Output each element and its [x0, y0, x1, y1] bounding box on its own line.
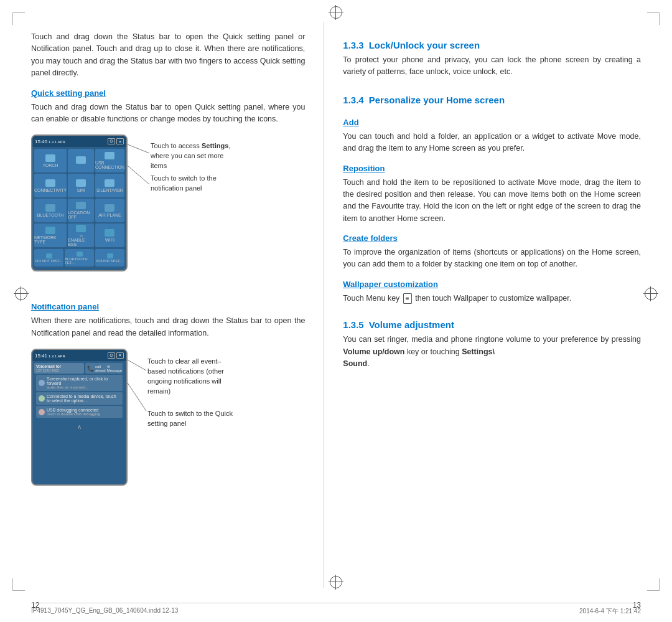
notif-item-usb: USB debugging connected touch to disable…	[36, 406, 123, 418]
time-2: 15:41 1.3.1 APR	[35, 353, 65, 359]
quick-item-dnd: DO NOT DIST...	[34, 249, 63, 266]
wallpaper-section: Wallpaper customization Touch Menu key ≡…	[343, 280, 641, 304]
reposition-heading[interactable]: Reposition	[343, 164, 641, 173]
section-133-title: Lock/Unlock your screen	[369, 40, 480, 50]
settings-icon-2: ⊙	[108, 352, 115, 359]
svg-line-0	[128, 144, 149, 153]
quick-item-bss: ⊙ ENABLE BSS	[68, 224, 94, 247]
section-135-body: You can set ringer, media and phone ring…	[343, 334, 641, 370]
reposition-section: Reposition Touch and hold the item to be…	[343, 164, 641, 225]
wallpaper-text1: Touch Menu key	[343, 294, 399, 303]
footer-left: IP4913_7045Y_QG_Eng_GB_06_140604.indd 12…	[31, 607, 178, 616]
callout-text-settings: Touch to access Settings, where you can …	[151, 141, 238, 171]
add-body: You can touch and hold a folder, an appl…	[343, 131, 641, 155]
notif-row-1: Voicemail for 127 2140 4682 📞 call ahead…	[34, 363, 124, 374]
quick-item-bt: BLUETOOTH	[34, 199, 67, 222]
quick-item-conn: CONNECTIVITY	[34, 174, 67, 197]
quick-item-net: NETWORK TYPE	[34, 224, 67, 247]
quick-setting-heading[interactable]: Quick setting panel	[31, 88, 305, 98]
create-folders-section: Create folders To improve the organizati…	[343, 233, 641, 271]
volume-text2: key or touching	[407, 347, 460, 356]
quick-item-2	[68, 149, 94, 172]
add-heading[interactable]: Add	[343, 118, 641, 127]
quick-item-wifi: WIFI	[95, 224, 124, 247]
corner-mark-tr	[647, 12, 660, 25]
section-133-body: To protect your phone and privacy, you c…	[343, 54, 641, 78]
section-134-title: Personalize your Home screen	[369, 95, 505, 105]
quick-item-airplane: AIR PLANE	[95, 199, 124, 222]
wallpaper-heading[interactable]: Wallpaper customization	[343, 280, 641, 289]
section-134: 1.3.4 Personalize your Home screen Add Y…	[343, 86, 641, 304]
svg-line-1	[128, 166, 149, 184]
section-135-title: Volume adjustment	[369, 319, 454, 330]
swipe-indicator-2: ∧	[32, 423, 126, 430]
clear-icon: ✕	[116, 352, 124, 359]
status-bar-2: 15:41 1.3.1 APR ⊙ ✕	[32, 350, 126, 361]
section-135: 1.3.5 Volume adjustment You can set ring…	[343, 311, 641, 370]
notification-diagram: 15:41 1.3.1 APR ⊙ ✕	[31, 346, 305, 495]
svg-line-2	[128, 360, 146, 370]
callout-text-notif-switch: Touch to switch to the notification pane…	[151, 174, 238, 194]
section-133: 1.3.3 Lock/Unlock your screen To protect…	[343, 31, 641, 78]
time-1: 15:40 1.3.1 APR	[35, 139, 65, 144]
crosshair-left	[14, 286, 29, 301]
footer-bar: IP4913_7045Y_QG_Eng_GB_06_140604.indd 12…	[31, 603, 641, 616]
notif-voicemail: Voicemail for 127 2140 4682	[34, 363, 84, 374]
svg-line-3	[128, 383, 146, 411]
footer-right: 2014-6-4 下午 1:21:42	[579, 607, 641, 616]
quick-item-torch: TORCH	[34, 149, 67, 172]
wallpaper-body: Touch Menu key ≡ then touch Wallpaper to…	[343, 293, 641, 304]
section-134-number: 1.3.4	[343, 95, 363, 105]
menu-key-icon: ≡	[403, 293, 412, 304]
volume-period: .	[367, 359, 369, 368]
quick-item-bttet: BLUETOOTH TET...	[65, 249, 94, 266]
quick-item-silent: SILENT/VIBR	[95, 174, 124, 197]
quick-setting-diagram: 15:40 1.3.1 APR ⊙ ≡	[31, 131, 305, 293]
columns: Touch and drag down the Status bar to op…	[31, 22, 641, 588]
add-section: Add You can touch and hold a folder, an …	[343, 118, 641, 155]
corner-mark-tl	[12, 12, 25, 25]
notification-body: When there are notifications, touch and …	[31, 315, 305, 339]
create-folders-body: To improve the organization of items (sh…	[343, 247, 641, 271]
quick-item-usb: USB CONNECTION	[95, 149, 124, 172]
notif-call-msg: 📞 call ahead ✉ Message	[85, 363, 123, 374]
notification-heading[interactable]: Notification panel	[31, 302, 305, 311]
section-133-number: 1.3.3	[343, 40, 363, 50]
left-column: Touch and drag down the Status bar to op…	[31, 22, 317, 588]
phone-screen-2: 15:41 1.3.1 APR ⊙ ✕	[31, 349, 128, 486]
status-bar-1: 15:40 1.3.1 APR ⊙ ≡	[32, 136, 126, 147]
phone-mockup-2: 15:41 1.3.1 APR ⊙ ✕	[31, 349, 128, 486]
crosshair-top	[329, 5, 343, 20]
quick-item-sound: SOUND SPEC...	[95, 249, 124, 266]
create-folders-heading[interactable]: Create folders	[343, 233, 641, 243]
quick-grid: TORCH USB CONNECTION	[32, 147, 126, 249]
quick-bottom-row: DO NOT DIST... BLUETOOTH TET... SOUND SP…	[32, 249, 126, 266]
quick-setting-body: Touch and drag down the Status bar to op…	[31, 101, 305, 126]
callout-text-quick: Touch to switch to the Quick setting pan…	[147, 409, 238, 429]
quick-item-loc: LOCATION OFF	[68, 199, 94, 222]
notif-item-connect: Connected to a media device, touch to se…	[36, 392, 123, 405]
settings-bold: Settings\	[462, 347, 495, 356]
notif-item-screenshot: Screenshot captured, or click to forward…	[36, 375, 123, 391]
section-135-number: 1.3.5	[343, 319, 363, 330]
wallpaper-text2: then touch Wallpaper to customize wallpa…	[415, 294, 571, 303]
menu-icon-1: ≡	[116, 138, 124, 144]
phone-screen-1: 15:40 1.3.1 APR ⊙ ≡	[31, 134, 128, 271]
volume-updown-bold: Volume up/down	[343, 347, 404, 356]
phone-mockup-1: 15:40 1.3.1 APR ⊙ ≡	[31, 134, 128, 271]
notif-items-container: Voicemail for 127 2140 4682 📞 call ahead…	[32, 361, 126, 421]
swipe-indicator-1: ∧	[32, 269, 126, 271]
reposition-body: Touch and hold the item to be reposition…	[343, 177, 641, 225]
corner-mark-br	[647, 578, 660, 591]
page-container: Touch and drag down the Status bar to op…	[0, 0, 672, 622]
sound-bold: Sound	[343, 359, 367, 368]
settings-icon-1: ⊙	[108, 138, 115, 144]
column-divider	[324, 22, 324, 588]
callout-text-clear: Touch to clear all event–based notificat…	[147, 357, 238, 397]
quick-item-sim: SIM	[68, 174, 94, 197]
right-column: 1.3.3 Lock/Unlock your screen To protect…	[330, 22, 641, 588]
crosshair-right	[643, 286, 658, 301]
intro-text: Touch and drag down the Status bar to op…	[31, 31, 305, 80]
corner-mark-bl	[12, 578, 25, 591]
volume-text1: You can set ringer, media and phone ring…	[343, 335, 641, 344]
